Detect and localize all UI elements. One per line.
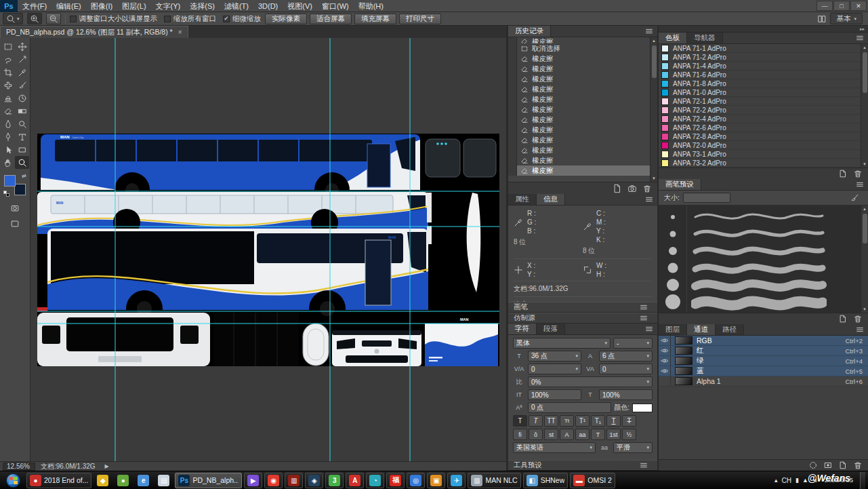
menu-item-9[interactable]: 窗口(W) <box>317 0 354 12</box>
swatch-color[interactable] <box>661 80 669 87</box>
swap-colors-icon[interactable]: ⇄ <box>22 173 26 179</box>
swatch-color[interactable] <box>661 151 669 158</box>
restore-button[interactable]: □ <box>833 1 850 11</box>
history-entry[interactable]: 橡皮擦 <box>508 94 657 104</box>
channel-row-绿[interactable]: 绿 Ctrl+4 <box>659 356 868 366</box>
brush-preview-icon[interactable] <box>850 193 859 203</box>
actual-pixels-button[interactable]: 实际像素 <box>265 14 307 24</box>
style-sup-button[interactable]: T¹ <box>575 415 590 427</box>
resize-window-checkbox[interactable]: 调整窗口大小以满屏显示 <box>70 14 158 24</box>
swatch-item[interactable]: ANPA 71-4 AdPro <box>659 62 868 71</box>
brush-stroke-preset[interactable] <box>691 294 827 311</box>
visibility-toggle[interactable] <box>659 356 671 366</box>
panel-menu-icon[interactable] <box>644 26 654 36</box>
menu-item-0[interactable]: 文件(F) <box>18 0 51 12</box>
history-entry[interactable]: 橡皮擦 <box>508 84 657 94</box>
history-entry[interactable]: 橡皮擦 <box>508 145 657 155</box>
opentype-button-6[interactable]: 1st <box>606 429 621 440</box>
swatch-item[interactable]: ANPA 72-8 AdPro <box>659 132 868 141</box>
clone-source-panel-bar[interactable]: 仿制源 <box>508 313 657 324</box>
swatch-color[interactable] <box>661 133 669 140</box>
panel-menu-icon[interactable] <box>855 180 865 189</box>
new-document-from-state-icon[interactable] <box>613 184 622 193</box>
delete-channel-icon[interactable] <box>853 461 863 470</box>
shape-tool[interactable] <box>15 143 29 156</box>
background-color[interactable] <box>14 184 26 195</box>
swatch-color[interactable] <box>661 98 669 105</box>
font-family-select[interactable]: 黑体▾ <box>513 338 611 349</box>
brush-size-input[interactable] <box>683 193 730 203</box>
brush-tool[interactable] <box>15 79 29 92</box>
brush-panel-bar[interactable]: 画笔 <box>508 302 657 313</box>
menu-item-5[interactable]: 选择(S) <box>185 0 220 12</box>
opentype-button-5[interactable]: T <box>591 429 605 440</box>
history-entry[interactable]: 橡皮擦 <box>508 104 657 115</box>
save-selection-icon[interactable] <box>823 461 833 470</box>
swatch-item[interactable]: ANPA 71-0 AdPro <box>659 88 868 97</box>
app-yellow[interactable]: ◆ <box>94 473 112 488</box>
swatch-color[interactable] <box>661 159 669 167</box>
swatch-item[interactable]: ANPA 71-6 AdPro <box>659 71 868 79</box>
swatch-color[interactable] <box>661 106 669 114</box>
telegram[interactable]: ✈ <box>447 473 466 488</box>
tray-icon-0[interactable]: ▮ <box>795 477 799 484</box>
menu-item-1[interactable]: 编辑(E) <box>51 0 86 12</box>
delete-state-icon[interactable] <box>642 184 652 193</box>
menu-item-6[interactable]: 滤镜(T) <box>220 0 253 12</box>
leading-input[interactable]: 6 点▾ <box>599 351 653 361</box>
path-selection-tool[interactable] <box>1 143 15 156</box>
history-entry[interactable]: 橡皮擦 <box>508 155 657 165</box>
brush-round-preset[interactable] <box>664 294 682 310</box>
brush-round-preset[interactable] <box>664 209 682 225</box>
swatch-item[interactable]: ANPA 73-2 AdPro <box>659 159 868 168</box>
channel-row-RGB[interactable]: RGB Ctrl+2 <box>659 336 868 346</box>
new-brush-icon[interactable] <box>838 314 848 324</box>
opentype-button-4[interactable]: aa <box>575 429 590 440</box>
swatch-color[interactable] <box>661 89 669 96</box>
opentype-button-1[interactable]: ô <box>529 429 543 440</box>
swatch-item[interactable]: ANPA 73-1 AdPro <box>659 150 868 159</box>
vertical-scale-input[interactable]: 100% <box>528 389 581 400</box>
brush-scrollbar[interactable]: ▲▼ <box>861 206 868 313</box>
checkbox[interactable] <box>164 16 171 22</box>
close-tab-icon[interactable]: × <box>178 28 182 36</box>
panel-menu-icon[interactable] <box>855 33 865 43</box>
history-source-well[interactable] <box>508 74 517 84</box>
history-source-well[interactable] <box>508 135 517 145</box>
opentype-button-3[interactable]: A <box>560 429 574 440</box>
tracking-input[interactable]: 0▾ <box>599 364 653 374</box>
tab-swatches[interactable]: 色板 <box>659 33 687 43</box>
channel-row-红[interactable]: 红 Ctrl+3 <box>659 346 868 356</box>
load-selection-icon[interactable] <box>808 461 818 470</box>
swatch-item[interactable]: ANPA 71-8 AdPro <box>659 79 868 88</box>
history-entry[interactable]: 橡皮擦 <box>508 135 657 145</box>
healing-brush-tool[interactable] <box>1 79 15 92</box>
quick-selection-tool[interactable] <box>15 53 29 66</box>
tab-navigator[interactable]: 导航器 <box>687 33 723 43</box>
panel-menu-icon[interactable] <box>644 195 654 204</box>
window-shnew[interactable]: ◧SHNew <box>523 473 569 488</box>
opentype-button-7[interactable]: ½ <box>622 429 636 440</box>
delete-brush-icon[interactable] <box>853 314 863 324</box>
kerning-input[interactable]: 0▾ <box>528 364 581 374</box>
eyedropper-tool[interactable] <box>15 66 29 79</box>
minimize-button[interactable]: — <box>817 1 833 11</box>
menu-item-8[interactable]: 视图(V) <box>283 0 317 12</box>
menu-item-2[interactable]: 图像(I) <box>86 0 117 12</box>
app-navy[interactable]: ◈ <box>305 473 323 488</box>
style-italic-button[interactable]: T <box>529 415 543 427</box>
new-swatch-icon[interactable] <box>838 169 848 178</box>
history-entry[interactable]: 橡皮擦 <box>508 64 657 74</box>
tab-character[interactable]: 字符 <box>508 324 537 334</box>
panel-menu-icon[interactable] <box>644 324 654 334</box>
type-tool[interactable] <box>15 130 29 143</box>
app-teal[interactable]: ◔ <box>366 473 384 488</box>
clone-stamp-tool[interactable] <box>1 92 15 104</box>
history-source-well[interactable] <box>508 165 517 176</box>
fit-screen-button[interactable]: 适合屏幕 <box>310 14 352 24</box>
tab-paragraph[interactable]: 段落 <box>537 324 565 334</box>
history-source-well[interactable] <box>508 104 517 115</box>
history-source-well[interactable] <box>508 54 517 64</box>
tool-presets-panel-bar[interactable]: 工具预设 <box>508 460 657 471</box>
font-style-select[interactable]: -▾ <box>613 338 653 349</box>
